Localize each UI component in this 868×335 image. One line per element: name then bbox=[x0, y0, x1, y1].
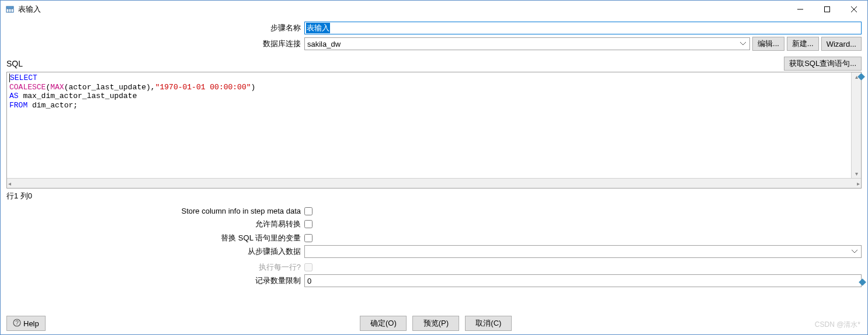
vertical-scrollbar[interactable]: ▴ ▾ bbox=[851, 72, 861, 178]
insert-from-step-label: 从步骤插入数据 bbox=[6, 246, 304, 257]
step-name-label: 步骤名称 bbox=[6, 23, 304, 33]
edit-button[interactable]: 编辑... bbox=[752, 37, 784, 51]
new-button[interactable]: 新建... bbox=[787, 37, 819, 51]
maximize-button[interactable] bbox=[814, 1, 841, 18]
db-connection-label: 数据库连接 bbox=[6, 39, 304, 49]
execute-each-row-checkbox bbox=[304, 263, 313, 271]
sql-editor[interactable]: SELECT COALESCE(MAX(actor_last_update),"… bbox=[7, 72, 861, 178]
bottom-bar: ? Help 确定(O) 预览(P) 取消(C) bbox=[1, 312, 867, 334]
insert-from-step-row: 从步骤插入数据 bbox=[6, 245, 862, 258]
wizard-button[interactable]: Wizard... bbox=[821, 37, 862, 51]
window-title: 表输入 bbox=[18, 4, 787, 15]
minimize-button[interactable] bbox=[787, 1, 814, 18]
variable-indicator-icon bbox=[860, 278, 865, 287]
cursor-status: 行1 列0 bbox=[6, 191, 862, 201]
help-button[interactable]: ? Help bbox=[6, 316, 46, 331]
help-label: Help bbox=[23, 319, 39, 328]
close-button[interactable] bbox=[841, 1, 867, 18]
record-limit-input[interactable] bbox=[304, 274, 862, 287]
db-connection-row: 数据库连接 sakila_dw 编辑... 新建... Wizard... bbox=[6, 37, 862, 51]
record-limit-row: 记录数量限制 bbox=[6, 274, 862, 287]
dialog-window: 表输入 步骤名称 表输入 数据库连接 sakila_dw 编辑... 新建... bbox=[0, 0, 868, 335]
allow-lazy-label: 允许简易转换 bbox=[6, 219, 304, 229]
svg-rect-5 bbox=[825, 7, 830, 12]
ok-button[interactable]: 确定(O) bbox=[360, 316, 407, 331]
execute-each-row-label: 执行每一行? bbox=[6, 262, 304, 273]
step-name-input[interactable]: 表输入 bbox=[304, 22, 862, 34]
replace-vars-checkbox[interactable] bbox=[304, 234, 313, 242]
replace-vars-row: 替换 SQL 语句里的变量 bbox=[6, 233, 862, 243]
step-name-row: 步骤名称 表输入 bbox=[6, 22, 862, 34]
replace-vars-label: 替换 SQL 语句里的变量 bbox=[6, 233, 304, 243]
insert-from-step-select[interactable] bbox=[304, 245, 862, 258]
get-sql-button[interactable]: 获取SQL查询语句... bbox=[784, 57, 862, 71]
scroll-left-icon: ◂ bbox=[8, 180, 11, 187]
svg-text:?: ? bbox=[15, 320, 19, 326]
allow-lazy-checkbox[interactable] bbox=[304, 220, 313, 228]
titlebar: 表输入 bbox=[1, 1, 867, 18]
help-icon: ? bbox=[13, 319, 21, 329]
store-meta-label: Store column info in step meta data bbox=[6, 207, 304, 215]
cancel-button[interactable]: 取消(C) bbox=[465, 316, 512, 331]
variable-indicator-icon bbox=[859, 72, 864, 81]
step-name-value: 表输入 bbox=[306, 23, 330, 33]
svg-rect-1 bbox=[6, 9, 13, 12]
content-area: 步骤名称 表输入 数据库连接 sakila_dw 编辑... 新建... Wiz… bbox=[1, 18, 867, 312]
scroll-right-icon: ▸ bbox=[857, 180, 860, 187]
record-limit-label: 记录数量限制 bbox=[6, 275, 304, 286]
execute-each-row-row: 执行每一行? bbox=[6, 262, 862, 273]
allow-lazy-row: 允许简易转换 bbox=[6, 219, 862, 229]
svg-rect-0 bbox=[6, 6, 13, 8]
sql-header: SQL 获取SQL查询语句... bbox=[6, 57, 862, 71]
bottom-buttons: 确定(O) 预览(P) 取消(C) bbox=[46, 316, 827, 331]
scroll-down-icon: ▾ bbox=[855, 170, 858, 177]
table-input-icon bbox=[5, 5, 15, 14]
horizontal-scrollbar[interactable]: ◂ ▸ bbox=[7, 178, 861, 188]
db-connection-select[interactable]: sakila_dw bbox=[304, 37, 750, 50]
store-meta-checkbox[interactable] bbox=[304, 207, 313, 215]
sql-label: SQL bbox=[6, 59, 784, 68]
store-meta-row: Store column info in step meta data bbox=[6, 207, 862, 215]
sql-editor-container: SELECT COALESCE(MAX(actor_last_update),"… bbox=[6, 72, 862, 189]
preview-button[interactable]: 预览(P) bbox=[412, 316, 459, 331]
window-controls bbox=[787, 1, 867, 18]
